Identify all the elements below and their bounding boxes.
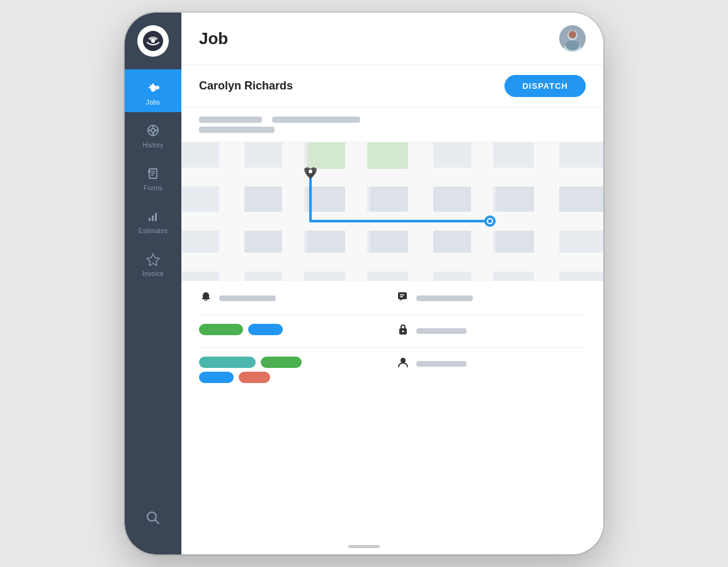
jobs-label: Jobs [146, 99, 160, 106]
estimates-icon [146, 209, 160, 225]
header: Job [181, 13, 603, 65]
info-col-left-3 [199, 357, 389, 383]
tags-row-2 [199, 357, 302, 368]
forms-icon [146, 166, 160, 182]
info-skeleton-row-1 [199, 117, 586, 123]
bottom-info [181, 281, 603, 554]
divider-1 [199, 314, 586, 315]
svg-point-55 [401, 358, 406, 363]
sidebar-item-jobs[interactable]: Jobs [125, 69, 181, 112]
person-bar: Carolyn Richards DISPATCH [181, 65, 603, 108]
tag-blue2 [199, 372, 234, 383]
user-avatar-icon [559, 25, 586, 52]
svg-rect-32 [307, 186, 345, 212]
info-col-left-1 [199, 291, 389, 306]
jobs-icon [146, 81, 160, 96]
invoice-label: Invoice [142, 270, 164, 277]
person-name: Carolyn Richards [199, 79, 293, 93]
svg-rect-37 [244, 231, 282, 253]
svg-point-4 [151, 129, 155, 132]
info-row-2 [199, 324, 586, 338]
sidebar-item-estimates[interactable]: Estimates [125, 198, 181, 241]
svg-rect-12 [155, 213, 157, 221]
chat-icon [396, 291, 410, 306]
person-icon [396, 357, 410, 371]
skeleton-bar [199, 117, 262, 123]
sidebar-bottom [139, 504, 167, 554]
tags-row-3 [199, 372, 270, 383]
device-frame: Jobs History [125, 13, 603, 554]
tag-green2 [261, 357, 302, 368]
search-button[interactable] [139, 504, 167, 536]
forms-label: Forms [144, 185, 162, 192]
skeleton-bar [416, 295, 473, 301]
dispatch-button[interactable]: DISPATCH [504, 75, 586, 97]
skeleton-bar [416, 361, 467, 367]
divider-2 [199, 347, 586, 348]
svg-line-15 [156, 520, 159, 524]
svg-rect-31 [244, 186, 282, 212]
sidebar-item-forms[interactable]: Forms [125, 155, 181, 198]
page-title: Job [199, 29, 228, 49]
svg-rect-28 [181, 168, 603, 186]
tag-coral [239, 372, 270, 383]
svg-rect-41 [496, 231, 534, 253]
history-icon [146, 123, 160, 139]
svg-rect-34 [433, 186, 471, 212]
svg-point-2 [156, 86, 159, 89]
svg-point-49 [488, 219, 492, 223]
skeleton-bar [272, 117, 360, 123]
sidebar-logo [125, 13, 181, 69]
sidebar-item-invoice[interactable]: Invoice [125, 241, 181, 284]
svg-point-20 [566, 40, 579, 50]
svg-point-1 [151, 39, 155, 43]
svg-point-54 [402, 331, 404, 333]
svg-rect-36 [559, 186, 603, 212]
main-content: Job Carolyn Richards DISPATCH [181, 13, 603, 554]
svg-rect-38 [307, 231, 345, 253]
logo-circle [137, 25, 169, 57]
tags-row-1 [199, 324, 283, 335]
svg-rect-33 [370, 186, 408, 212]
sidebar: Jobs History [125, 13, 181, 554]
svg-point-19 [569, 31, 576, 38]
svg-rect-30 [181, 253, 603, 272]
svg-rect-11 [152, 215, 154, 221]
sidebar-item-history[interactable]: History [125, 112, 181, 155]
info-col-left-2 [199, 324, 389, 335]
info-col-right-3 [396, 357, 586, 371]
tag-teal [199, 357, 256, 368]
info-row-1 [199, 291, 586, 306]
sidebar-nav: Jobs History [125, 69, 181, 504]
tag-blue [248, 324, 283, 335]
svg-marker-13 [147, 254, 159, 266]
lock-icon [396, 324, 410, 338]
svg-rect-9 [148, 170, 151, 173]
logo-icon [142, 30, 164, 52]
bell-icon [199, 291, 213, 306]
info-col-right-1 [396, 291, 586, 306]
svg-rect-10 [149, 218, 151, 221]
svg-point-46 [309, 169, 312, 173]
skeleton-bar [199, 127, 275, 133]
info-skeleton-row-2 [199, 127, 586, 133]
map-area [181, 142, 603, 281]
svg-rect-39 [370, 231, 408, 253]
history-label: History [142, 142, 163, 149]
svg-rect-50 [398, 292, 407, 299]
info-row-3 [199, 357, 586, 383]
svg-rect-35 [496, 186, 534, 212]
info-col-right-2 [396, 324, 586, 338]
skeleton-bar [416, 328, 467, 334]
skeleton-bar [219, 295, 276, 301]
avatar [559, 25, 586, 52]
tag-green [199, 324, 243, 335]
invoice-icon [146, 252, 160, 268]
info-bars [181, 108, 603, 142]
estimates-label: Estimates [139, 227, 168, 234]
svg-rect-43 [345, 142, 367, 169]
map-svg [181, 142, 603, 281]
svg-rect-40 [433, 231, 471, 253]
home-indicator [348, 545, 380, 548]
